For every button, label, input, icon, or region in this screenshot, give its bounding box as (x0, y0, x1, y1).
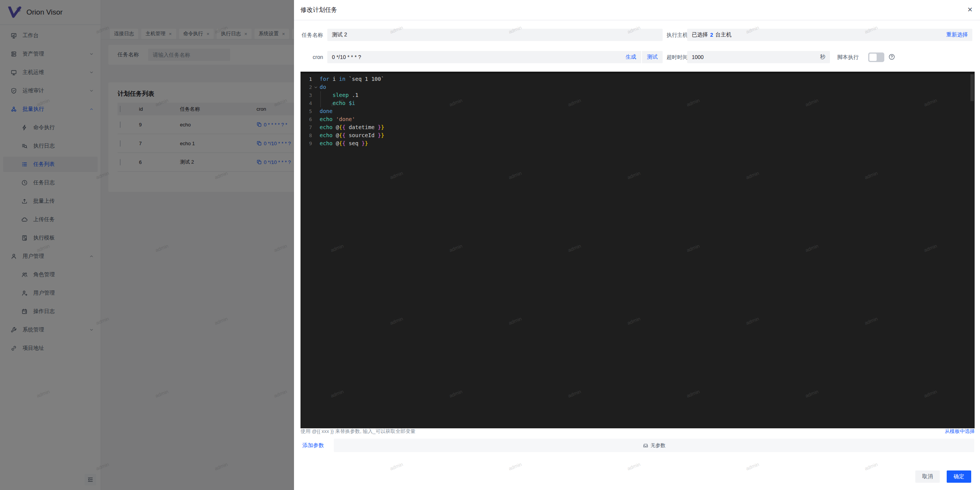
code-line: 9echo @{{ seq }} (301, 139, 975, 147)
code-line: 7echo @{{ datetime }} (301, 123, 975, 131)
timeout-unit: 秒 (820, 54, 830, 61)
add-parameter-link[interactable]: 添加参数 (302, 439, 324, 452)
fold-gutter (312, 123, 320, 131)
confirm-button[interactable]: 确定 (947, 470, 971, 483)
exec-host-field[interactable]: 已选择 2 台主机 重新选择 (687, 29, 972, 41)
line-number: 8 (301, 131, 312, 139)
line-number: 4 (301, 99, 312, 107)
cron-label: cron (302, 51, 323, 63)
edit-scheduled-task-modal: 修改计划任务 ✕ 任务名称 执行主机 已选择 2 台主机 重新选择 cron 生… (294, 0, 980, 490)
code-line: 3 sleep .1 (301, 91, 975, 99)
exec-host-label: 执行主机 (666, 29, 688, 41)
script-exec-label: 脚本执行 (837, 51, 859, 63)
watermark-text: admin (508, 461, 522, 472)
watermark-text: admin (626, 461, 641, 472)
timeout-field: 秒 (687, 51, 830, 63)
cron-test-link[interactable]: 测试 (642, 54, 663, 61)
from-template-link[interactable]: 从模板中选择 (945, 428, 975, 435)
line-number: 6 (301, 115, 312, 123)
fold-gutter (312, 107, 320, 115)
fold-gutter (312, 131, 320, 139)
script-code-editor[interactable]: 1for i in `seq 1 100`2do3 sleep .14 echo… (301, 72, 975, 428)
close-icon[interactable]: ✕ (967, 7, 973, 13)
code-line: 8echo @{{ sourceId }} (301, 131, 975, 139)
code-text: echo @{{ seq }} (320, 139, 368, 147)
code-line: 1for i in `seq 1 100` (301, 75, 975, 83)
indent-guide (320, 91, 321, 107)
line-number: 9 (301, 139, 312, 147)
cancel-button[interactable]: 取消 (915, 470, 940, 483)
selected-host-suffix: 台主机 (715, 31, 732, 38)
line-number: 1 (301, 75, 312, 83)
fold-gutter (312, 139, 320, 147)
code-text: for i in `seq 1 100` (320, 75, 384, 83)
code-text: echo $i (320, 99, 355, 107)
code-line: 2do (301, 83, 975, 91)
parameter-empty-box: 无参数 (334, 439, 974, 452)
task-name-field (327, 29, 663, 41)
modal-title: 修改计划任务 (301, 6, 337, 14)
code-text: do (320, 83, 326, 91)
watermark-text: admin (389, 461, 403, 472)
line-number: 7 (301, 123, 312, 131)
fold-gutter (312, 99, 320, 107)
help-icon[interactable] (889, 54, 895, 60)
code-text: echo @{{ datetime }} (320, 123, 384, 131)
cron-generate-link[interactable]: 生成 (621, 54, 641, 61)
timeout-label: 超时时间 (666, 51, 688, 63)
reselect-hosts-link[interactable]: 重新选择 (946, 31, 968, 38)
fold-gutter (312, 75, 320, 83)
fold-gutter (312, 115, 320, 123)
empty-box-icon (643, 442, 648, 448)
line-number: 2 (301, 83, 312, 91)
selected-host-count: 2 (710, 32, 713, 38)
editor-scrollbar[interactable] (970, 74, 974, 101)
code-text: echo 'done' (320, 115, 355, 123)
code-text: done (320, 107, 333, 115)
cron-input[interactable] (327, 54, 621, 60)
task-name-label: 任务名称 (302, 29, 323, 41)
line-number: 3 (301, 91, 312, 99)
selected-host-prefix: 已选择 (687, 31, 708, 38)
script-exec-toggle[interactable] (868, 52, 884, 62)
code-text: echo @{{ sourceId }} (320, 131, 384, 139)
fold-chevron-icon[interactable] (312, 83, 320, 91)
code-lines: 1for i in `seq 1 100`2do3 sleep .14 echo… (301, 74, 975, 147)
timeout-input[interactable] (687, 54, 820, 60)
line-number: 5 (301, 107, 312, 115)
parameter-hint-text: 使用 @{{ xxx }} 来替换参数, 输入_可以获取全部变量 (301, 428, 415, 435)
code-line: 5done (301, 107, 975, 115)
fold-gutter (312, 91, 320, 99)
modal-header: 修改计划任务 ✕ (294, 0, 980, 20)
watermark-text: admin (864, 461, 878, 472)
code-line: 6echo 'done' (301, 115, 975, 123)
cron-field: 生成 测试 (327, 51, 663, 63)
empty-param-text: 无参数 (651, 442, 666, 449)
code-text: sleep .1 (320, 91, 358, 99)
task-name-input[interactable] (327, 32, 663, 38)
watermark-text: admin (745, 461, 760, 472)
code-line: 4 echo $i (301, 99, 975, 107)
